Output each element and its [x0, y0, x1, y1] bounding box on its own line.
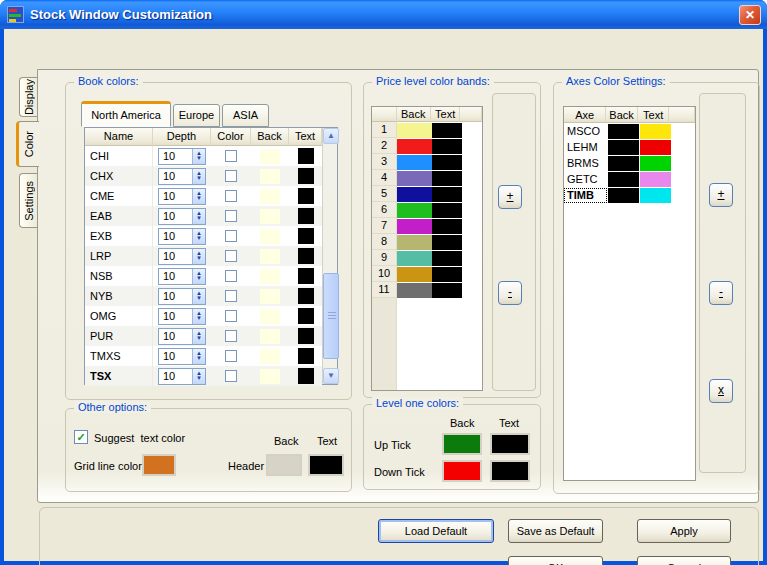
spin-down-icon[interactable]: ▼	[196, 376, 202, 381]
header-text-swatch[interactable]	[308, 454, 344, 476]
back-color-swatch[interactable]	[260, 229, 280, 244]
price-band-row[interactable]: 10	[372, 266, 482, 282]
band-back-swatch[interactable]	[397, 123, 432, 138]
back-color-swatch[interactable]	[260, 349, 280, 364]
color-checkbox[interactable]	[225, 330, 237, 342]
price-band-row[interactable]: 8	[372, 234, 482, 250]
text-color-swatch[interactable]	[298, 228, 314, 244]
column-header-text[interactable]: Text	[289, 128, 322, 146]
depth-spinner[interactable]: ▲▼	[192, 329, 205, 344]
band-text-swatch[interactable]	[432, 139, 462, 154]
back-color-swatch[interactable]	[260, 369, 280, 384]
band-text-swatch[interactable]	[432, 251, 462, 266]
book-table-scrollbar[interactable]: ▲ ▼	[322, 128, 337, 384]
color-checkbox[interactable]	[225, 230, 237, 242]
depth-spinner[interactable]: ▲▼	[192, 209, 205, 224]
scroll-up-icon[interactable]: ▲	[323, 128, 339, 144]
column-header-axe[interactable]: Axe	[564, 107, 606, 123]
book-row[interactable]: TMXS 10▲▼	[85, 346, 322, 366]
price-band-row[interactable]: 6	[372, 202, 482, 218]
back-color-swatch[interactable]	[260, 309, 280, 324]
axis-text-swatch[interactable]	[640, 172, 671, 187]
text-color-swatch[interactable]	[298, 248, 314, 264]
band-text-swatch[interactable]	[432, 171, 462, 186]
price-band-row[interactable]: 7	[372, 218, 482, 234]
band-back-swatch[interactable]	[397, 267, 432, 282]
axis-row[interactable]: TIMB	[564, 187, 695, 203]
title-bar[interactable]: Stock Window Customization ✕	[0, 0, 767, 29]
spin-down-icon[interactable]: ▼	[196, 296, 202, 301]
depth-spinner[interactable]: ▲▼	[192, 269, 205, 284]
color-checkbox[interactable]	[225, 270, 237, 282]
delete-axis-button[interactable]: x	[709, 379, 733, 403]
book-row[interactable]: OMG 10▲▼	[85, 306, 322, 326]
depth-spinner[interactable]: ▲▼	[192, 189, 205, 204]
back-color-swatch[interactable]	[260, 189, 280, 204]
depth-input[interactable]: 10▲▼	[158, 188, 206, 205]
text-color-swatch[interactable]	[298, 308, 314, 324]
column-header-text[interactable]: Text	[431, 107, 460, 122]
back-color-swatch[interactable]	[260, 289, 280, 304]
spin-down-icon[interactable]: ▼	[196, 316, 202, 321]
band-text-swatch[interactable]	[432, 187, 462, 202]
text-color-swatch[interactable]	[298, 148, 314, 164]
remove-axis-button[interactable]: -	[709, 281, 733, 305]
band-back-swatch[interactable]	[397, 283, 432, 298]
axis-back-swatch[interactable]	[608, 124, 639, 139]
axis-name[interactable]: LEHM	[564, 140, 607, 155]
band-text-swatch[interactable]	[432, 267, 462, 282]
price-band-row[interactable]: 9	[372, 250, 482, 266]
band-back-swatch[interactable]	[397, 171, 432, 186]
depth-input[interactable]: 10▲▼	[158, 328, 206, 345]
axis-row[interactable]: LEHM	[564, 139, 695, 155]
axis-name[interactable]: BRMS	[564, 156, 607, 171]
book-row[interactable]: EAB 10▲▼	[85, 206, 322, 226]
depth-spinner[interactable]: ▲▼	[192, 309, 205, 324]
text-color-swatch[interactable]	[298, 168, 314, 184]
depth-spinner[interactable]: ▲▼	[192, 289, 205, 304]
band-text-swatch[interactable]	[432, 123, 462, 138]
band-back-swatch[interactable]	[397, 235, 432, 250]
tab-asia[interactable]: ASIA	[222, 104, 269, 127]
column-header-name[interactable]: Name	[85, 128, 153, 146]
axis-text-swatch[interactable]	[640, 156, 671, 171]
tab-europe[interactable]: Europe	[173, 104, 220, 127]
spin-down-icon[interactable]: ▼	[196, 236, 202, 241]
price-band-row[interactable]: 3	[372, 154, 482, 170]
tab-north-america[interactable]: North America	[81, 101, 171, 127]
depth-input[interactable]: 10▲▼	[158, 168, 206, 185]
color-checkbox[interactable]	[225, 290, 237, 302]
band-text-swatch[interactable]	[432, 283, 462, 298]
remove-band-button[interactable]: -	[498, 281, 522, 305]
band-text-swatch[interactable]	[432, 235, 462, 250]
add-band-button[interactable]: +	[498, 185, 522, 209]
depth-input[interactable]: 10▲▼	[158, 248, 206, 265]
tab-display[interactable]: Display	[19, 77, 38, 117]
tab-settings[interactable]: Settings	[19, 173, 38, 228]
text-color-swatch[interactable]	[298, 208, 314, 224]
band-text-swatch[interactable]	[432, 203, 462, 218]
spin-down-icon[interactable]: ▼	[196, 176, 202, 181]
spin-down-icon[interactable]: ▼	[196, 196, 202, 201]
book-row[interactable]: NYB 10▲▼	[85, 286, 322, 306]
suggest-text-color-checkbox[interactable]: ✓	[74, 430, 88, 444]
add-axis-button[interactable]: +	[709, 183, 733, 207]
depth-spinner[interactable]: ▲▼	[192, 249, 205, 264]
spin-down-icon[interactable]: ▼	[196, 256, 202, 261]
color-checkbox[interactable]	[225, 310, 237, 322]
axis-back-swatch[interactable]	[608, 188, 639, 203]
text-color-swatch[interactable]	[298, 188, 314, 204]
axis-back-swatch[interactable]	[608, 140, 639, 155]
book-row[interactable]: PUR 10▲▼	[85, 326, 322, 346]
column-header-color[interactable]: Color	[211, 128, 251, 146]
up-tick-text-swatch[interactable]	[490, 433, 530, 455]
price-band-row[interactable]: 11	[372, 282, 482, 298]
spin-down-icon[interactable]: ▼	[196, 216, 202, 221]
text-color-swatch[interactable]	[298, 368, 314, 384]
spin-down-icon[interactable]: ▼	[196, 156, 202, 161]
ok-button[interactable]: OK	[508, 556, 603, 565]
close-button[interactable]: ✕	[739, 5, 761, 25]
band-back-swatch[interactable]	[397, 139, 432, 154]
axis-name[interactable]: TIMB	[564, 188, 607, 203]
column-header-text[interactable]: Text	[638, 107, 670, 123]
